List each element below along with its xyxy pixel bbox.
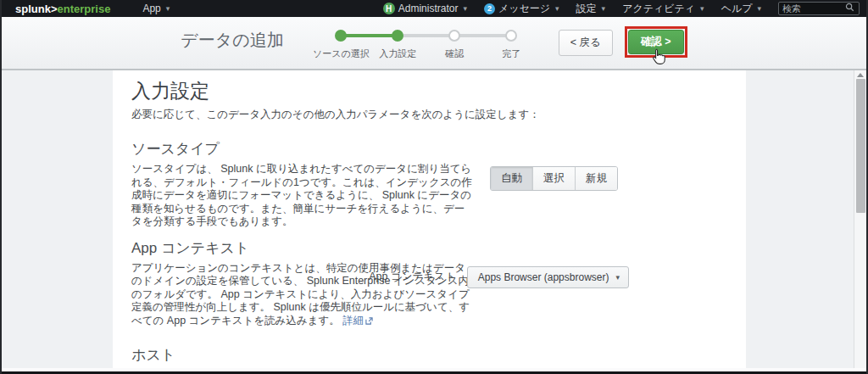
sourcetype-description: ソースタイプは、 Splunk に取り込まれたすべてのデータに割り当てられる、デ… — [131, 163, 474, 229]
user-name-label: Administrator — [398, 3, 459, 14]
app-context-section: App コンテキスト アプリケーションのコンテキストとは、特定の使用事例またはデ… — [131, 240, 727, 329]
scrollbar-thumb[interactable] — [856, 79, 865, 213]
chevron-down-icon: ▾ — [615, 273, 620, 282]
activity-menu[interactable]: アクティビティ — [614, 0, 713, 17]
user-menu[interactable]: H Administrator — [375, 0, 476, 17]
app-context-dropdown[interactable]: Apps Browser (appsbrowser) ▾ — [467, 266, 629, 288]
messages-count-badge: 2 — [484, 3, 495, 14]
top-nav-bar: splunk>enterprise App H Administrator 2 … — [2, 0, 866, 17]
wizard-title: データの追加 — [181, 29, 283, 52]
help-menu[interactable]: ヘルプ — [713, 0, 770, 17]
learn-more-link[interactable]: 詳細 — [342, 315, 364, 327]
step-dot-upcoming — [448, 30, 460, 42]
sourcetype-heading: ソースタイプ — [131, 141, 727, 158]
app-context-dropdown-value: Apps Browser (appsbrowser) — [478, 271, 609, 283]
back-button[interactable]: < 戻る — [559, 30, 613, 56]
logo-enterprise-text: enterprise — [58, 3, 111, 15]
step-label: ソースの選択 — [313, 47, 370, 60]
splunk-logo[interactable]: splunk>enterprise — [15, 3, 110, 15]
stepper-connector-1 — [341, 34, 398, 37]
step-dot-done — [335, 30, 347, 42]
sourcetype-auto-button[interactable]: 自動 — [491, 167, 532, 190]
app-menu-label: App — [142, 3, 160, 14]
app-context-heading: App コンテキスト — [131, 240, 727, 257]
app-context-field-row: App コンテキスト Apps Browser (appsbrowser) ▾ — [131, 266, 629, 288]
user-avatar: H — [383, 3, 395, 14]
sourcetype-section: ソースタイプ ソースタイプは、 Splunk に取り込まれたすべてのデータに割り… — [131, 141, 727, 229]
wizard-header-bar: データの追加 ソースの選択 入力設定 確認 完了 < 戻る 確認 > — [2, 17, 866, 70]
app-menu[interactable]: App — [134, 0, 178, 17]
global-search-box[interactable] — [778, 2, 860, 15]
activity-label: アクティビティ — [622, 2, 695, 16]
sourcetype-new-button[interactable]: 新規 — [575, 167, 617, 190]
main-content-area: 入力設定 必要に応じて、このデータ入力のその他の入力パラメータを次のように設定し… — [2, 70, 866, 368]
step-dot-current — [392, 30, 403, 42]
step-label: 確認 — [445, 47, 464, 60]
content-card: 入力設定 必要に応じて、このデータ入力のその他の入力パラメータを次のように設定し… — [113, 70, 746, 368]
settings-menu[interactable]: 設定 — [568, 0, 615, 17]
hand-cursor-icon — [649, 47, 668, 70]
global-search-input[interactable] — [782, 3, 845, 14]
app-context-field-label: App コンテキスト — [369, 270, 455, 284]
page-subtitle: 必要に応じて、このデータ入力のその他の入力パラメータを次のように設定します： — [131, 108, 727, 122]
wizard-stepper: ソースの選択 入力設定 確認 完了 — [313, 26, 540, 60]
step-label: 入力設定 — [379, 47, 416, 60]
help-label: ヘルプ — [721, 2, 753, 16]
step-dot-upcoming — [505, 30, 517, 42]
page-title: 入力設定 — [131, 79, 727, 103]
host-section-heading: ホスト — [131, 347, 727, 364]
vertical-scrollbar[interactable] — [854, 70, 866, 368]
sourcetype-mode-group: 自動 選択 新規 — [490, 166, 618, 191]
confirm-button-annotation-box: 確認 > — [625, 26, 687, 58]
stepper-connector-3 — [454, 34, 511, 37]
scrollbar-up-arrow-icon[interactable] — [854, 70, 866, 79]
splunk-add-data-page: { "colors": { "brand_green": "#6cb84c", … — [0, 0, 868, 374]
sourcetype-select-button[interactable]: 選択 — [532, 167, 575, 190]
stepper-connector-2 — [398, 34, 454, 37]
step-label: 完了 — [502, 47, 520, 60]
external-link-icon — [365, 315, 373, 329]
search-icon — [845, 3, 854, 14]
settings-label: 設定 — [576, 2, 597, 16]
messages-label: メッセージ — [498, 2, 550, 16]
logo-splunk-text: splunk> — [15, 3, 58, 15]
messages-menu[interactable]: 2 メッセージ — [476, 0, 568, 17]
